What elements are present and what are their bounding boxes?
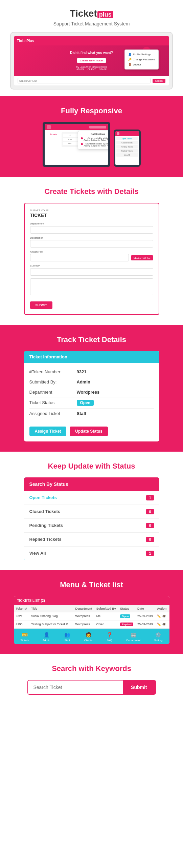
- assign-ticket-button[interactable]: Assign Ticket: [29, 427, 67, 436]
- menu-title: Menu & Ticket list: [7, 580, 176, 589]
- nav-tickets[interactable]: 🎫 Tickets: [21, 631, 29, 642]
- mockup-faq-row: Search: [14, 76, 169, 85]
- nav-faq[interactable]: ❓ FAQ: [106, 631, 113, 642]
- col-submitted: Submitted By: [94, 605, 118, 612]
- pending-tickets-label: Pending Tickets: [29, 523, 63, 528]
- edit-icon[interactable]: ✏️: [157, 623, 161, 626]
- cell-title: Testing Subject for Ticket Pl...: [29, 620, 73, 628]
- notif-dot: [81, 137, 83, 139]
- phone-row: View All: [116, 153, 138, 157]
- select-file-button[interactable]: SELECT A FILE: [131, 255, 153, 260]
- create-section: Create Tickets with Details SUBMIT YOUR …: [0, 177, 183, 325]
- tablet-cell: #: [64, 134, 76, 136]
- mockup-faq-input[interactable]: [18, 78, 151, 83]
- phone-screen: Open Tickets Closed Tickets Pending Tick…: [115, 131, 139, 165]
- tickets-icon: 🎫: [21, 631, 28, 638]
- notification-popup: Notifications Admin replied to a ticketA…: [78, 131, 108, 150]
- nav-department[interactable]: 🏢 Department: [127, 631, 141, 642]
- nav-staff[interactable]: 👥 Staff: [64, 631, 71, 642]
- phone-mockup: Open Tickets Closed Tickets Pending Tick…: [114, 130, 141, 167]
- department-field: Department: [30, 222, 153, 234]
- update-status-button[interactable]: Update Status: [70, 427, 108, 436]
- role-client: CLIENT: [88, 68, 96, 71]
- assigned-value: Staff: [77, 411, 87, 416]
- description-label: Description: [30, 236, 153, 239]
- view-icon[interactable]: 👁️: [162, 614, 166, 618]
- status-label: Ticket Status: [29, 400, 77, 405]
- desktop-mockup: TicketPlus Didn't find what you want? Cr…: [10, 32, 173, 90]
- setting-icon: ⚙️: [155, 631, 162, 638]
- view-icon[interactable]: 👁️: [162, 623, 166, 626]
- nav-setting[interactable]: ⚙️ Setting: [154, 631, 163, 642]
- nav-clients[interactable]: 🧑 Clients: [84, 631, 92, 642]
- token-label: #Token Number:: [29, 369, 77, 374]
- cell-action[interactable]: ✏️👁️: [155, 620, 169, 628]
- search-input[interactable]: [28, 680, 123, 694]
- dropdown-password[interactable]: 🔑 Change Password: [128, 57, 155, 62]
- faq-icon: ❓: [106, 631, 113, 638]
- tablet-screen: Tickets # Title Status 9321 Social... Op…: [45, 124, 108, 165]
- cell-dept: Wordpress: [73, 620, 94, 628]
- profile-icon: 👤: [128, 53, 132, 56]
- responsive-section: Fully Responsive Tickets # Title: [0, 96, 183, 177]
- desc-textarea-field: [30, 278, 153, 297]
- dept-label: Department: [29, 390, 77, 395]
- status-replied-item[interactable]: Replied Tickets 0: [24, 533, 159, 547]
- submitted-value: Admin: [77, 379, 90, 384]
- mockup-faq-button[interactable]: Search: [153, 79, 165, 83]
- search-title: Search with Keywords: [7, 664, 176, 673]
- submit-button[interactable]: SUBMIT: [30, 301, 53, 309]
- subject-input[interactable]: [30, 268, 153, 276]
- attach-input[interactable]: [30, 254, 129, 261]
- table-header-row: Token # Title Department Submitted By St…: [14, 605, 169, 612]
- viewall-label: View All: [29, 551, 46, 556]
- menu-section: Menu & Ticket list TICKETS LIST (2) Toke…: [0, 570, 183, 654]
- status-badge: Open: [77, 400, 94, 406]
- dropdown-logout[interactable]: 🚪 Logout: [128, 62, 155, 67]
- form-subtitle: SUBMIT YOUR: [30, 209, 153, 212]
- cell-status: Replied: [118, 620, 135, 628]
- phone-row: Open Tickets: [116, 137, 138, 140]
- bottom-nav: 🎫 Tickets 👤 Admin 👥 Staff 🧑 Clients ❓ FA…: [14, 629, 169, 644]
- logo-plus-badge: plus: [97, 11, 113, 18]
- phone-row: Closed Tickets: [116, 141, 138, 144]
- description-input[interactable]: [30, 240, 153, 248]
- tablet-cell: 9321: [64, 138, 76, 140]
- cell-status: Open: [118, 612, 135, 620]
- logo: Ticketplus: [70, 8, 113, 19]
- status-pending-item[interactable]: Pending Tickets 0: [24, 519, 159, 533]
- phone-row: Pending Tickets: [116, 145, 138, 149]
- search-submit-button[interactable]: Submit: [123, 680, 155, 694]
- attach-field: Attach File SELECT A FILE: [30, 250, 153, 261]
- mockup-nav: TicketPlus: [14, 36, 169, 45]
- cell-action[interactable]: ✏️👁️: [155, 612, 169, 620]
- nav-admin-label: Admin: [43, 639, 50, 642]
- subject-field: Subject*: [30, 264, 153, 276]
- attach-label: Attach File: [30, 250, 153, 253]
- nav-clients-label: Clients: [84, 639, 92, 642]
- ticket-form-mockup: SUBMIT YOUR TICKET Department Descriptio…: [24, 203, 159, 315]
- tablet-mockup: Tickets # Title Status 9321 Social... Op…: [43, 122, 110, 167]
- mockup-create-ticket-button[interactable]: Create New Ticket: [77, 58, 106, 63]
- department-select[interactable]: [30, 226, 153, 234]
- table-row: 4190 Testing Subject for Ticket Pl... Wo…: [14, 620, 169, 628]
- status-open-item[interactable]: Open Tickets 1: [24, 491, 159, 505]
- pending-tickets-count: 0: [146, 523, 154, 528]
- phone-row: Replied Tickets: [116, 149, 138, 153]
- form-title: TICKET: [30, 213, 153, 218]
- dropdown-profile[interactable]: 👤 Profile Settings: [128, 52, 155, 57]
- tablet-sidebar: Tickets: [47, 132, 60, 147]
- tablet-cell: 4190: [64, 142, 76, 144]
- desc-textarea[interactable]: [30, 278, 153, 295]
- edit-icon[interactable]: ✏️: [157, 614, 161, 618]
- nav-faq-label: FAQ: [107, 639, 112, 642]
- tablet-nav: [45, 124, 108, 130]
- responsive-title: Fully Responsive: [7, 106, 176, 115]
- subject-label: Subject*: [30, 264, 153, 267]
- role-admin: ADMIN: [76, 68, 84, 71]
- staff-icon: 👥: [64, 631, 71, 638]
- status-closed-item[interactable]: Closed Tickets 0: [24, 505, 159, 519]
- search-section: Search with Keywords Submit: [0, 654, 183, 705]
- nav-admin[interactable]: 👤 Admin: [43, 631, 50, 642]
- status-viewall-item[interactable]: View All 1: [24, 547, 159, 560]
